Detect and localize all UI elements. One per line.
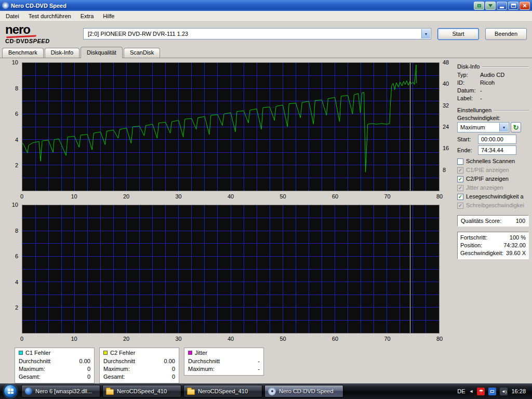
maximize-button[interactable] — [508, 2, 518, 10]
folder-icon — [187, 389, 195, 395]
close-icon: × — [523, 2, 527, 9]
checkbox-icon[interactable]: ✓ — [457, 176, 463, 182]
checkbox-label: C1/PIE anzeigen — [466, 166, 509, 175]
cd-icon — [268, 388, 276, 395]
progress-row: Fortschritt:100 % — [460, 234, 526, 242]
checkbox-label: Jitter anzeigen — [466, 183, 503, 192]
progress-row: Geschwindigkeit:39.60 X — [460, 249, 526, 257]
start-orb-button[interactable] — [4, 384, 17, 398]
start-button[interactable]: Start — [437, 28, 479, 40]
beenden-button[interactable]: Beenden — [485, 28, 527, 40]
settings-title: Einstellungen — [457, 107, 529, 113]
antivirus-tray-icon[interactable]: ☂ — [477, 388, 485, 395]
window-title: Nero CD-DVD Speed — [11, 3, 472, 9]
legend-stat-row: Maximum:0 — [103, 365, 175, 373]
nero-logo-subtitle: CD·DVDSPEED — [5, 38, 77, 44]
tab-benchmark[interactable]: Benchmark — [2, 48, 44, 58]
checkbox-lesegeschwindigkeit-a[interactable]: ✓Lesegeschwindigkeit a — [457, 192, 529, 201]
y2-tick-label: 48 — [443, 59, 449, 65]
y-tick-label: 2 — [15, 162, 18, 168]
y2-tick-label: 24 — [443, 124, 449, 130]
close-button[interactable]: × — [520, 2, 530, 10]
menu-item-hilfe[interactable]: Hilfe — [98, 11, 119, 21]
x-tick-label: 80 — [436, 193, 443, 200]
sidebar: Disk-Info Typ:Audio CDID:RicohDatum:-Lab… — [453, 62, 531, 383]
x-tick-label: 80 — [436, 336, 443, 342]
end-time-row: Ende: 74:34.44 — [457, 145, 529, 155]
checkbox-list: Schnelles Scannen✓C1/PIE anzeigen✓C2/PIF… — [457, 157, 529, 210]
window-drop-icon — [488, 4, 493, 7]
chart2-x-axis: 01020304050607080 — [22, 335, 440, 343]
y2-tick-label: 16 — [443, 145, 449, 151]
checkbox-icon: ✓ — [457, 203, 463, 209]
legend-stat-row: Durchschnitt0.00 — [19, 357, 90, 365]
speed-select[interactable]: Maximum ▼ — [457, 122, 509, 132]
chart2-left-axis: 108642 — [3, 205, 20, 334]
disk-info-row: ID:Ricoh — [457, 79, 529, 87]
titlebar-extra-button-2[interactable] — [485, 2, 496, 10]
task-buttons: Nero 6 [wnaspi32.dll...NeroCDSpeed_410Ne… — [21, 385, 343, 397]
taskbar-button-nerocdspeed-410[interactable]: NeroCDSpeed_410 — [102, 385, 181, 397]
y-tick-label: 4 — [15, 137, 18, 143]
chart2-plot-area — [22, 205, 440, 334]
display-tray-icon[interactable] — [488, 388, 496, 395]
chevron-down-icon[interactable]: ▼ — [421, 29, 430, 38]
maximize-icon — [511, 4, 516, 8]
menu-bar: DateiTest durchführenExtraHilfe — [0, 11, 532, 22]
x-tick-label: 70 — [384, 193, 390, 200]
taskbar: Nero 6 [wnaspi32.dll...NeroCDSpeed_410Ne… — [0, 383, 532, 399]
tray-expand-icon[interactable]: ◄ — [469, 389, 474, 394]
y-tick-label: 8 — [15, 228, 18, 234]
x-tick-label: 30 — [175, 336, 181, 342]
refresh-button[interactable]: ↻ — [511, 122, 521, 132]
clock[interactable]: 16:28 — [511, 388, 526, 394]
checkbox-icon[interactable]: ✓ — [457, 194, 463, 200]
refresh-icon: ↻ — [513, 124, 519, 131]
speed-quality-chart: 108642 48403224168 01020304050607080 — [3, 62, 453, 201]
end-time-field[interactable]: 74:34.44 — [478, 145, 516, 155]
titlebar-buttons: × — [474, 2, 530, 10]
legend-stat-row: Gesamt:0 — [103, 373, 175, 381]
drive-select[interactable]: [2:0] PIONEER DVD-RW DVR-111 1.23 ▼ — [83, 28, 431, 39]
nero-icon — [25, 388, 32, 395]
tab-strip: BenchmarkDisk-InfoDiskqualitätScanDisk — [0, 46, 532, 58]
volume-tray-icon[interactable]: ◄) — [500, 388, 508, 395]
main-area: 108642 48403224168 01020304050607080 108… — [0, 58, 532, 383]
x-tick-label: 40 — [228, 336, 234, 342]
tab-disk-info[interactable]: Disk-Info — [45, 48, 79, 58]
drive-select-value: [2:0] PIONEER DVD-RW DVR-111 1.23 — [88, 31, 188, 37]
speed-select-value: Maximum — [460, 124, 485, 130]
nero-logo-text: nero — [5, 23, 77, 36]
quality-score-value: 100 — [516, 218, 525, 224]
y2-tick-label: 40 — [443, 81, 449, 87]
chevron-down-icon[interactable]: ▼ — [499, 123, 508, 131]
checkbox-label: Schnelles Scannen — [466, 157, 515, 166]
x-tick-label: 30 — [175, 193, 181, 200]
legend-stat-row: Maximum:- — [188, 365, 260, 373]
start-time-field[interactable]: 00:00.00 — [478, 135, 516, 144]
taskbar-button-nero-cd-dvd-speed[interactable]: Nero CD-DVD Speed — [264, 385, 343, 397]
y-tick-label: 6 — [15, 111, 18, 117]
x-tick-label: 70 — [384, 336, 390, 342]
titlebar-extra-button-1[interactable] — [474, 2, 484, 10]
checkbox-c2-pif-anzeigen[interactable]: ✓C2/PIF anzeigen — [457, 175, 529, 183]
taskbar-button-nerocdspeed-410[interactable]: NeroCDSpeed_410 — [183, 385, 262, 397]
checkbox-icon[interactable] — [457, 158, 463, 165]
menu-item-test-durchführen[interactable]: Test durchführen — [24, 11, 76, 21]
language-indicator[interactable]: DE — [457, 388, 465, 394]
x-tick-label: 50 — [280, 193, 286, 200]
tab-diskqualität[interactable]: Diskqualität — [81, 47, 123, 58]
y-tick-label: 2 — [15, 304, 18, 311]
legend-box-c2-fehler: C2 FehlerDurchschnitt0.00Maximum:0Gesamt… — [99, 348, 179, 383]
x-tick-label: 10 — [71, 336, 77, 342]
minimize-button[interactable] — [497, 2, 507, 10]
taskbar-button-nero-6-wnaspi32-dll-[interactable]: Nero 6 [wnaspi32.dll... — [21, 385, 100, 397]
checkbox-schnelles-scannen[interactable]: Schnelles Scannen — [457, 157, 529, 166]
progress-row: Position:74:32.00 — [460, 242, 526, 249]
nero-logo: nero CD·DVDSPEED — [5, 23, 77, 44]
menu-item-datei[interactable]: Datei — [1, 11, 24, 21]
menu-item-extra[interactable]: Extra — [76, 11, 99, 21]
tab-scandisk[interactable]: ScanDisk — [124, 48, 160, 58]
app-cd-icon — [2, 2, 9, 9]
quality-score-box: Qualitäts Score: 100 — [457, 215, 529, 227]
